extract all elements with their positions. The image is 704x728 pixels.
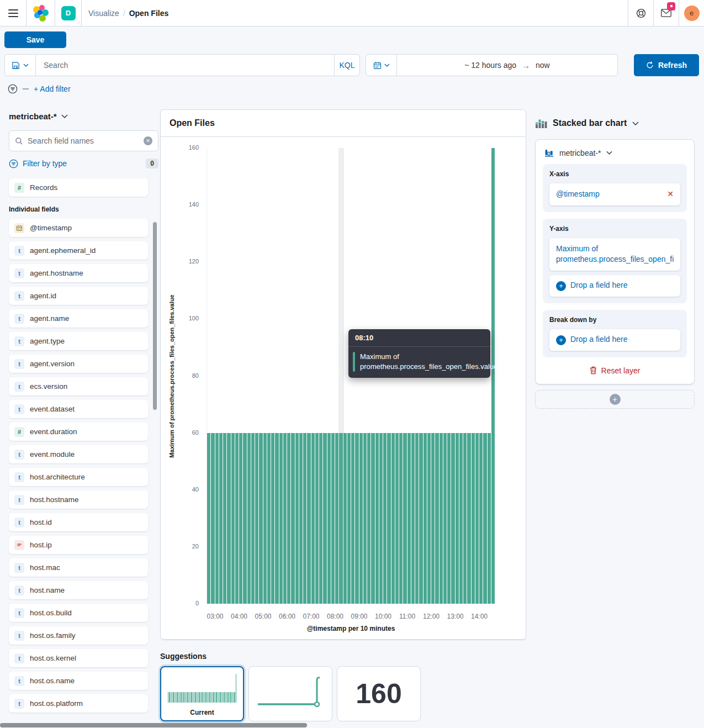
mini-bar [235, 692, 235, 703]
horizontal-scrollbar-thumb[interactable] [0, 723, 307, 727]
records-field[interactable]: # Records [9, 178, 148, 197]
field-name: agent.id [30, 292, 56, 300]
refresh-icon [646, 61, 654, 69]
bar [235, 433, 239, 604]
field-item[interactable]: tagent.type [9, 332, 148, 350]
string-icon: t [14, 676, 24, 686]
reset-layer-button[interactable]: Reset layer [543, 366, 687, 375]
bar [327, 433, 331, 604]
tooltip-series-color [353, 352, 355, 372]
field-item[interactable]: thost.os.build [9, 604, 148, 622]
breakdown-drop-field[interactable]: + Drop a field here [549, 329, 680, 351]
x-tick-label: 03:00 [207, 613, 223, 620]
query-language-button[interactable]: KQL [334, 55, 359, 76]
bar [411, 433, 415, 604]
help-button[interactable] [628, 0, 653, 27]
y-axis-drop-field[interactable]: + Drop a field here [549, 275, 680, 297]
field-item[interactable]: @timestamp [9, 219, 148, 237]
string-icon: t [14, 314, 24, 324]
time-range[interactable]: ~ 12 hours ago → now [397, 55, 617, 76]
saved-query-menu-button[interactable] [5, 55, 36, 76]
field-item[interactable]: IPhost.ip [9, 536, 148, 554]
suggestion-current-bars [168, 674, 236, 703]
time-range-end[interactable]: now [536, 61, 550, 70]
field-item[interactable]: tagent.ephemeral_id [9, 241, 148, 260]
field-item[interactable]: thost.os.platform [9, 694, 148, 713]
time-range-start[interactable]: ~ 12 hours ago [464, 61, 516, 70]
field-item[interactable]: tagent.name [9, 309, 148, 328]
remove-dimension-icon[interactable]: ✕ [667, 189, 674, 200]
filter-bar: + Add filter [8, 83, 700, 95]
field-item[interactable]: thost.mac [9, 558, 148, 577]
chart-type-switcher[interactable]: Stacked bar chart [535, 117, 695, 129]
y-tick-label: 80 [176, 372, 199, 379]
suggestion-line-chart[interactable] [248, 666, 332, 721]
mini-bar [228, 692, 229, 703]
filter-count-badge: 0 [146, 159, 158, 168]
field-item[interactable]: thost.id [9, 513, 148, 531]
y-axis-section: Y-axis Maximum of prometheus.process_fil… [543, 219, 687, 303]
mini-bar [172, 692, 172, 703]
bar [243, 433, 246, 604]
save-button[interactable]: Save [4, 31, 66, 48]
space-switcher[interactable]: D [55, 0, 82, 27]
add-layer-button[interactable]: + [535, 390, 695, 409]
field-item[interactable]: tecs.version [9, 377, 148, 395]
bar [451, 433, 454, 604]
add-filter-button[interactable]: + Add filter [34, 85, 71, 93]
field-item[interactable]: tevent.module [9, 445, 148, 463]
string-icon: t [14, 291, 24, 301]
mini-bar [202, 692, 202, 703]
search-query-input[interactable] [36, 55, 334, 76]
tooltip-series-value: 60 [502, 352, 510, 372]
field-item[interactable]: thost.os.kernel [9, 649, 148, 667]
field-item[interactable]: thost.os.family [9, 626, 148, 645]
breadcrumb-visualize[interactable]: Visualize [88, 9, 119, 18]
mini-bar [225, 692, 226, 703]
stacked-bar-chart-icon [535, 117, 547, 129]
newsfeed-button[interactable] [653, 0, 679, 27]
field-item[interactable]: thost.architecture [9, 468, 148, 486]
field-item[interactable]: thost.hostname [9, 490, 148, 509]
bar [267, 433, 271, 604]
field-item[interactable]: tevent.dataset [9, 400, 148, 418]
field-item[interactable]: thost.os.name [9, 672, 148, 690]
mini-bar [169, 692, 170, 703]
clear-search-icon[interactable]: ✕ [144, 136, 152, 145]
field-list-scrollbar[interactable] [153, 222, 157, 410]
y-axis-dimension[interactable]: Maximum of prometheus.process_files_open… [549, 238, 680, 271]
field-name: host.ip [30, 541, 52, 549]
filter-menu-icon[interactable] [8, 84, 18, 94]
field-item[interactable]: #event.duration [9, 423, 148, 441]
refresh-label: Refresh [658, 61, 687, 70]
mini-bar [195, 692, 195, 703]
bar [283, 433, 287, 604]
suggestion-current[interactable]: Current [160, 666, 244, 721]
arrow-right-icon: → [522, 61, 530, 70]
y-tick-label: 0 [176, 600, 199, 606]
field-item[interactable]: tagent.hostname [9, 264, 148, 282]
x-axis-dimension[interactable]: @timestamp ✕ [549, 183, 680, 205]
menu-button[interactable] [0, 0, 27, 27]
bar [339, 433, 342, 604]
field-search-input[interactable] [28, 136, 139, 145]
bar [335, 433, 338, 604]
layer-index-pattern-switcher[interactable]: metricbeat-* [543, 147, 687, 157]
date-quick-menu-button[interactable] [366, 55, 397, 76]
mini-bar [177, 692, 177, 703]
user-menu-button[interactable]: e [679, 0, 704, 27]
field-name: event.module [30, 450, 75, 458]
field-item[interactable]: thost.name [9, 581, 148, 599]
mini-bar [220, 692, 221, 703]
index-pattern-switcher[interactable]: metricbeat-* [9, 112, 160, 121]
tooltip-series-label: Maximum of prometheus.process_files_open… [360, 352, 497, 372]
mini-bar [194, 692, 194, 703]
x-tick-label: 07:00 [303, 613, 319, 620]
field-item[interactable]: tagent.version [9, 355, 148, 373]
filter-by-type-button[interactable]: Filter by type [23, 159, 67, 168]
y-axis-label: Y-axis [549, 225, 680, 233]
refresh-button[interactable]: Refresh [634, 54, 699, 76]
bar [231, 433, 235, 604]
field-item[interactable]: tagent.id [9, 287, 148, 305]
suggestion-metric[interactable]: 160 [337, 666, 421, 721]
